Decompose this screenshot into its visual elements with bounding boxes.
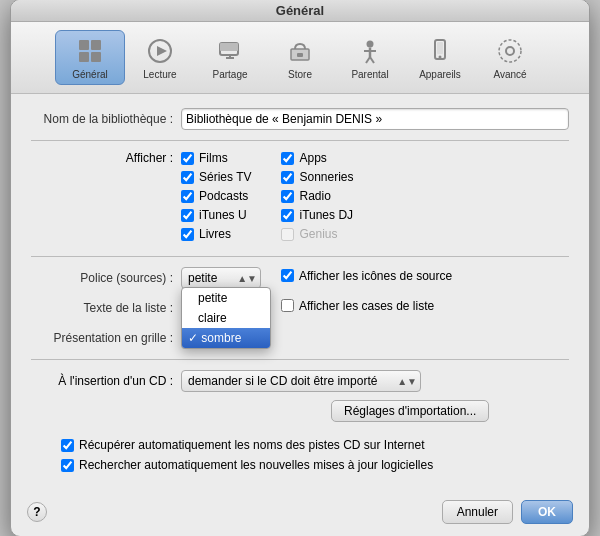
texte-liste-cases-label: Afficher les cases de liste bbox=[299, 299, 434, 313]
toolbar-item-partage[interactable]: Partage bbox=[195, 30, 265, 85]
svg-rect-7 bbox=[220, 43, 238, 51]
svg-rect-11 bbox=[297, 53, 303, 57]
police-right-options: Afficher les icônes de source bbox=[281, 269, 452, 288]
toolbar-label-avance: Avancé bbox=[493, 69, 526, 80]
afficher-livres-label: Livres bbox=[199, 227, 231, 241]
cancel-button[interactable]: Annuler bbox=[442, 500, 513, 524]
content-area: Nom de la bibliothèque : Afficher : Film… bbox=[11, 94, 589, 492]
toolbar-label-partage: Partage bbox=[212, 69, 247, 80]
afficher-apps-checkbox[interactable] bbox=[281, 152, 294, 165]
cd-check1-checkbox[interactable] bbox=[61, 439, 74, 452]
afficher-itunesdi-label: iTunes DJ bbox=[299, 208, 353, 222]
afficher-films-row: Films bbox=[181, 151, 251, 165]
toolbar-item-avance[interactable]: Avancé bbox=[475, 30, 545, 85]
afficher-itunesu-checkbox[interactable] bbox=[181, 209, 194, 222]
afficher-series-checkbox[interactable] bbox=[181, 171, 194, 184]
lecture-icon bbox=[144, 35, 176, 67]
afficher-itunesu-row: iTunes U bbox=[181, 208, 251, 222]
afficher-sonneries-checkbox[interactable] bbox=[281, 171, 294, 184]
toolbar-label-parental: Parental bbox=[351, 69, 388, 80]
afficher-label: Afficher : bbox=[126, 151, 173, 165]
library-name-row: Nom de la bibliothèque : bbox=[31, 108, 569, 130]
texte-liste-right: Afficher les cases de liste bbox=[281, 299, 434, 318]
divider-3 bbox=[31, 359, 569, 360]
library-label: Nom de la bibliothèque : bbox=[31, 112, 181, 126]
cd-check2-row: Rechercher automatiquement les nouvelles… bbox=[31, 458, 569, 472]
police-label: Police (sources) : bbox=[31, 271, 181, 285]
footer-buttons: Annuler OK bbox=[442, 500, 573, 524]
afficher-radio-label: Radio bbox=[299, 189, 330, 203]
toolbar-label-appareils: Appareils bbox=[419, 69, 461, 80]
dropdown-item-claire[interactable]: claire bbox=[182, 308, 270, 328]
toolbar-label-store: Store bbox=[288, 69, 312, 80]
cd-check1-row: Récupérer automatiquement les noms des p… bbox=[31, 438, 569, 452]
cd-row: À l'insertion d'un CD : demander si le C… bbox=[31, 370, 569, 392]
cd-select-container: demander si le CD doit être importé ▲▼ bbox=[181, 370, 421, 392]
toolbar: Général Lecture Partage bbox=[11, 22, 589, 94]
svg-point-21 bbox=[499, 40, 521, 62]
texte-liste-cases-checkbox[interactable] bbox=[281, 299, 294, 312]
police-dropdown-popup: petite claire ✓ sombre bbox=[181, 287, 271, 349]
window-title: Général bbox=[276, 3, 324, 18]
titlebar: Général bbox=[11, 0, 589, 22]
police-select-container: petite ▲▼ bbox=[181, 267, 261, 289]
afficher-genius-row: Genius bbox=[281, 227, 353, 241]
afficher-radio-row: Radio bbox=[281, 189, 353, 203]
toolbar-item-lecture[interactable]: Lecture bbox=[125, 30, 195, 85]
svg-point-20 bbox=[506, 47, 514, 55]
toolbar-item-general[interactable]: Général bbox=[55, 30, 125, 85]
dropdown-item-sombre[interactable]: ✓ sombre bbox=[182, 328, 270, 348]
toolbar-label-lecture: Lecture bbox=[143, 69, 176, 80]
cd-label: À l'insertion d'un CD : bbox=[31, 374, 181, 388]
afficher-itunesu-label: iTunes U bbox=[199, 208, 247, 222]
police-icons-checkbox[interactable] bbox=[281, 269, 294, 282]
afficher-col-left: Films Séries TV Podcasts iTunes U Livres bbox=[181, 151, 251, 246]
afficher-radio-checkbox[interactable] bbox=[281, 190, 294, 203]
svg-rect-2 bbox=[79, 52, 89, 62]
police-row: Police (sources) : petite ▲▼ petite clai… bbox=[31, 267, 569, 289]
afficher-livres-checkbox[interactable] bbox=[181, 228, 194, 241]
texte-liste-label: Texte de la liste : bbox=[31, 301, 181, 315]
texte-liste-cases-row: Afficher les cases de liste bbox=[281, 299, 434, 313]
general-icon bbox=[74, 35, 106, 67]
cd-check2-checkbox[interactable] bbox=[61, 459, 74, 472]
afficher-films-label: Films bbox=[199, 151, 228, 165]
library-input[interactable] bbox=[181, 108, 569, 130]
cd-check2-label: Rechercher automatiquement les nouvelles… bbox=[79, 458, 433, 472]
svg-rect-3 bbox=[91, 52, 101, 62]
avance-icon bbox=[494, 35, 526, 67]
afficher-genius-checkbox[interactable] bbox=[281, 228, 294, 241]
afficher-series-label: Séries TV bbox=[199, 170, 251, 184]
toolbar-item-appareils[interactable]: Appareils bbox=[405, 30, 475, 85]
afficher-podcasts-row: Podcasts bbox=[181, 189, 251, 203]
afficher-films-checkbox[interactable] bbox=[181, 152, 194, 165]
toolbar-item-parental[interactable]: Parental bbox=[335, 30, 405, 85]
cd-check1-label: Récupérer automatiquement les noms des p… bbox=[79, 438, 425, 452]
police-select-wrapper: petite ▲▼ petite claire ✓ sombre bbox=[181, 267, 261, 289]
police-select[interactable]: petite bbox=[181, 267, 261, 289]
help-button[interactable]: ? bbox=[27, 502, 47, 522]
appareils-icon bbox=[424, 35, 456, 67]
partage-icon bbox=[214, 35, 246, 67]
afficher-sonneries-row: Sonneries bbox=[281, 170, 353, 184]
toolbar-item-store[interactable]: Store bbox=[265, 30, 335, 85]
svg-rect-0 bbox=[79, 40, 89, 50]
afficher-apps-row: Apps bbox=[281, 151, 353, 165]
afficher-itunesdi-checkbox[interactable] bbox=[281, 209, 294, 222]
svg-rect-18 bbox=[437, 42, 443, 54]
police-icons-label: Afficher les icônes de source bbox=[299, 269, 452, 283]
afficher-podcasts-label: Podcasts bbox=[199, 189, 248, 203]
svg-point-12 bbox=[367, 41, 374, 48]
cd-select[interactable]: demander si le CD doit être importé bbox=[181, 370, 421, 392]
afficher-podcasts-checkbox[interactable] bbox=[181, 190, 194, 203]
afficher-itunesdi-row: iTunes DJ bbox=[281, 208, 353, 222]
toolbar-label-general: Général bbox=[72, 69, 108, 80]
store-icon bbox=[284, 35, 316, 67]
dropdown-item-petite[interactable]: petite bbox=[182, 288, 270, 308]
import-settings-button[interactable]: Réglages d'importation... bbox=[331, 400, 489, 422]
svg-line-16 bbox=[370, 57, 374, 63]
afficher-livres-row: Livres bbox=[181, 227, 251, 241]
ok-button[interactable]: OK bbox=[521, 500, 573, 524]
texte-liste-row: Texte de la liste : petite ▲▼ Afficher l… bbox=[31, 297, 569, 319]
presentation-grille-label: Présentation en grille : bbox=[31, 331, 181, 345]
